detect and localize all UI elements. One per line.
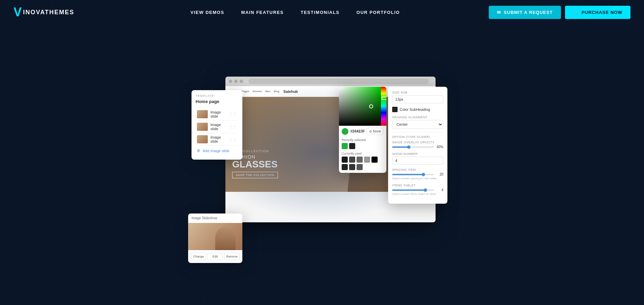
spacing-label: Spacing Item <box>392 168 443 171</box>
slash-icon: ⊘ <box>369 129 372 133</box>
show-number-input[interactable] <box>392 157 443 165</box>
spacing-thumb[interactable] <box>422 173 425 176</box>
overlay-fill <box>392 146 409 148</box>
plus-icon: ⊞ <box>197 148 200 153</box>
hero-cta-button[interactable]: SHOP THE COLLECTION <box>232 172 278 178</box>
nav-main-features[interactable]: MAIN FEATURES <box>241 10 284 15</box>
heading-align-label: Heading alignment <box>392 116 443 119</box>
site-nav-women: Women <box>253 90 262 93</box>
currently-section: Currently used <box>339 150 386 173</box>
show-number-field: Show Number <box>392 152 443 165</box>
current-swatch-3[interactable] <box>357 157 363 163</box>
preview-person <box>215 226 236 250</box>
envelope-icon: ✉ <box>497 10 501 15</box>
color-gradient-area[interactable] <box>339 87 386 126</box>
remove-button[interactable]: Remove <box>224 253 240 260</box>
slide-name-3: Image slide <box>210 135 226 143</box>
logo-text: INOVATHEMES <box>23 9 74 16</box>
spacing-value: 20 <box>435 172 443 176</box>
recently-swatches <box>342 143 384 149</box>
heading-align-select[interactable]: Center <box>392 120 443 129</box>
spacing-fill <box>392 174 423 175</box>
size-sub-input[interactable] <box>392 95 443 103</box>
color-spectrum[interactable] <box>381 87 386 126</box>
overlay-slider-row: 40% <box>392 145 443 149</box>
overlay-field: Image Overlay Opacity 40% <box>392 141 443 149</box>
site-nav-pages: Pages <box>241 90 249 93</box>
nav-links: VIEW DEMOS MAIN FEATURES TESTIMONIALS OU… <box>101 10 489 15</box>
recent-swatch-1[interactable] <box>342 143 348 149</box>
size-sub-label: Size Sub <box>392 91 443 94</box>
color-sub-dot[interactable] <box>392 107 398 112</box>
gradient-darkness <box>339 87 381 126</box>
selected-color-dot <box>342 128 348 135</box>
drag-handle-3[interactable]: ⋮⋮ <box>229 137 237 142</box>
nav-our-portfolio[interactable]: OUR PORTFOLIO <box>357 10 400 15</box>
spacing-field: Spacing Item 20 Select number spacing fo… <box>392 168 443 180</box>
browser-dot-3 <box>240 80 243 83</box>
slide-item-1[interactable]: Image slide ⋮⋮ <box>196 108 238 121</box>
mockup-container: TEMPLATE Home page Image slide ⋮⋮ Image … <box>195 77 449 253</box>
current-swatch-2[interactable] <box>349 157 355 163</box>
recent-swatch-2[interactable] <box>349 143 355 149</box>
add-slide-button[interactable]: ⊞ Add Image slide <box>196 146 238 156</box>
items-tablet-slider-row: 4 <box>392 188 443 192</box>
color-picker-panel: #24AE3F ⊘ None Recently selected Current… <box>339 87 386 173</box>
shopping-icon: 🛒 <box>573 10 579 15</box>
recently-selected-label: Recently selected <box>342 138 384 142</box>
spacing-slider-row: 20 <box>392 172 443 176</box>
slide-item-2[interactable]: Image slide ⋮⋮ <box>196 121 238 133</box>
main-content: TEMPLATE Home page Image slide ⋮⋮ Image … <box>0 24 644 305</box>
spectrum-cursor <box>382 97 386 100</box>
logo-v-letter: V <box>14 6 22 18</box>
color-sub-field: Color SubHeading <box>392 107 443 112</box>
slide-item-3[interactable]: Image slide ⋮⋮ <box>196 133 238 146</box>
site-nav-blog: Blog <box>274 90 279 93</box>
items-tablet-thumb[interactable] <box>424 188 427 192</box>
overlay-slider[interactable] <box>392 146 434 148</box>
add-slide-label: Add Image slide <box>203 149 229 153</box>
color-none-button[interactable]: ⊘ None <box>367 128 383 135</box>
slideshow-actions: Change Edit Remove <box>188 250 242 263</box>
slideshow-card: Image Slideshow Change Edit Remove <box>188 214 242 263</box>
current-swatch-1[interactable] <box>342 157 348 163</box>
none-label: None <box>373 129 381 133</box>
template-label: TEMPLATE <box>196 94 238 98</box>
drag-handle-2[interactable]: ⋮⋮ <box>229 124 237 129</box>
current-swatch-4[interactable] <box>364 157 370 163</box>
slideshow-preview <box>188 223 242 250</box>
current-swatch-7[interactable] <box>349 164 355 170</box>
slide-thumb-2 <box>197 123 208 131</box>
change-button[interactable]: Change <box>191 253 206 260</box>
size-sub-field: Size Sub <box>392 91 443 103</box>
purchase-now-button[interactable]: 🛒 PURCHASE NOW <box>565 6 630 19</box>
items-tablet-value: 4 <box>435 188 443 192</box>
current-swatch-8[interactable] <box>357 164 363 170</box>
navbar: V INOVATHEMES VIEW DEMOS MAIN FEATURES T… <box>0 0 644 24</box>
nav-buttons: ✉ SUBMIT A REQUEST 🛒 PURCHASE NOW <box>489 6 630 19</box>
items-tablet-field: Items Tablet 4 Select number Items Table… <box>392 184 443 196</box>
overlay-thumb[interactable] <box>407 145 410 149</box>
submit-request-button[interactable]: ✉ SUBMIT A REQUEST <box>489 6 561 19</box>
current-swatch-6[interactable] <box>342 164 348 170</box>
edit-button[interactable]: Edit <box>207 253 223 260</box>
logo[interactable]: V INOVATHEMES <box>14 6 74 18</box>
currently-used-label: Currently used <box>342 152 384 155</box>
current-swatch-5[interactable] <box>371 157 378 163</box>
items-tablet-label: Items Tablet <box>392 184 443 187</box>
drag-handle-1[interactable]: ⋮⋮ <box>229 112 237 117</box>
overlay-value: 40% <box>435 145 443 149</box>
browser-url-bar <box>248 79 429 84</box>
slide-name-1: Image slide <box>210 110 226 118</box>
option-divider: OPTION (TYPE SLIDER) <box>392 132 443 139</box>
heading-align-field: Heading alignment Center <box>392 116 443 129</box>
browser-dot-1 <box>229 80 232 83</box>
color-sub-label: Color SubHeading <box>400 107 430 111</box>
color-hex-row: #24AE3F ⊘ None <box>339 126 386 137</box>
nav-testimonials[interactable]: TESTIMONIALS <box>301 10 340 15</box>
nav-view-demos[interactable]: VIEW DEMOS <box>190 10 224 15</box>
items-tablet-slider[interactable] <box>392 189 434 191</box>
template-title: Home page <box>196 99 238 104</box>
spacing-slider[interactable] <box>392 174 434 175</box>
hero-title-big: GLASSES <box>232 160 278 169</box>
